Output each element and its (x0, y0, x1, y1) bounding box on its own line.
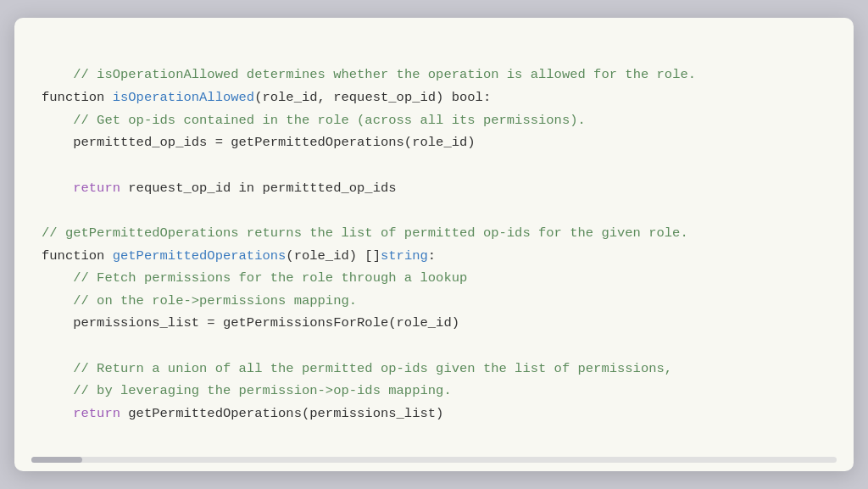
comment-line-5: // Fetch permissions for the role throug… (42, 270, 467, 286)
comment-line-1: // isOperationAllowed determines whether… (73, 67, 696, 82)
type-string: string (381, 248, 428, 264)
keyword-function-2: function (42, 248, 113, 264)
keyword-function-1: function (42, 90, 113, 105)
comment-line-2: // Get op-ids contained in the role (acr… (42, 113, 586, 128)
scrollbar-thumb[interactable] (31, 457, 82, 463)
comment-line-9: // by leveraging the permission->op-ids … (42, 383, 452, 398)
fn-name-2: getPermittedOperations (113, 248, 287, 264)
return-keyword-1: return (42, 181, 120, 196)
code-block: // isOperationAllowed determines whether… (42, 42, 826, 448)
return-value-1: request_op_id in permittted_op_ids (120, 181, 397, 196)
return-value-2: getPermittedOperations(permissions_list) (120, 406, 443, 421)
fn-args-1: (role_id, request_op_id) bool: (254, 90, 491, 105)
code-line-7: permissions_list = getPermissionsForRole… (42, 315, 459, 331)
colon-2: : (428, 248, 436, 264)
comment-line-8: // Return a union of all the permitted o… (42, 361, 672, 376)
return-keyword-2: return (42, 406, 120, 421)
scrollbar[interactable] (31, 457, 837, 463)
fn-name-1: isOperationAllowed (113, 90, 254, 105)
comment-line-6: // on the role->permissions mapping. (42, 293, 357, 308)
code-line-3: permittted_op_ids = getPermittedOperatio… (42, 135, 476, 150)
comment-line-4: // getPermittedOperations returns the li… (42, 225, 688, 241)
code-window: // isOperationAllowed determines whether… (14, 18, 854, 472)
fn-args-2: (role_id) [] (286, 248, 381, 264)
